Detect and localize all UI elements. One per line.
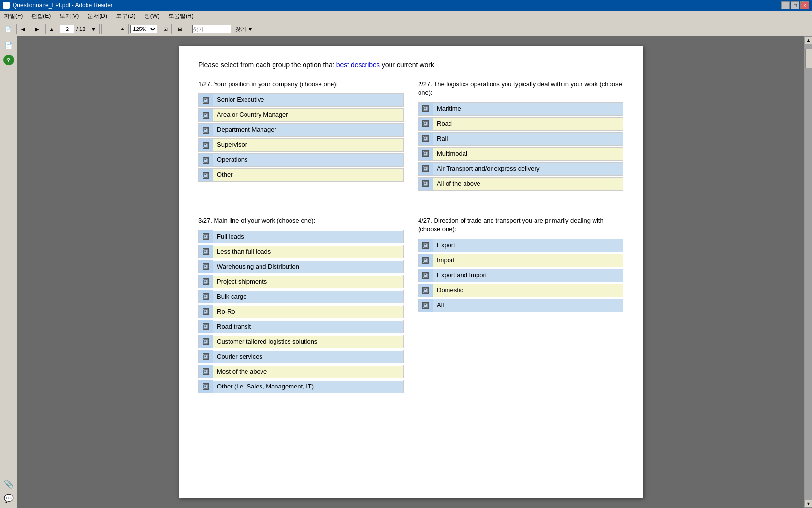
back-button[interactable]: ◀ (16, 24, 29, 34)
radio-button[interactable] (203, 157, 209, 164)
list-item[interactable]: All (418, 299, 624, 312)
list-item[interactable]: Project shipments (198, 275, 404, 288)
page-number-input[interactable] (60, 25, 74, 33)
next-page-button[interactable]: ▼ (87, 24, 100, 34)
list-item[interactable]: All of the above (418, 177, 624, 191)
radio-button[interactable] (203, 308, 209, 315)
radio-cell (199, 154, 213, 166)
radio-button[interactable] (422, 150, 429, 157)
list-item[interactable]: Supervisor (198, 138, 404, 152)
menu-tools[interactable]: 도구(D) (114, 12, 138, 21)
attach-icon[interactable]: 📎 (3, 478, 14, 489)
radio-button[interactable] (203, 368, 209, 375)
scrollbar[interactable]: ▲ ▼ (804, 36, 812, 508)
list-item[interactable]: Road (418, 117, 624, 131)
radio-button[interactable] (203, 293, 209, 300)
radio-button[interactable] (422, 105, 429, 112)
radio-button[interactable] (422, 302, 429, 309)
close-button[interactable]: × (800, 1, 809, 9)
list-item[interactable]: Other (198, 168, 404, 182)
fit-width-button[interactable]: ⊡ (159, 24, 172, 34)
list-item[interactable]: Courier services (198, 350, 404, 363)
maximize-button[interactable]: □ (791, 1, 799, 9)
search-input[interactable] (192, 25, 231, 33)
search-button[interactable]: 찾기 ▼ (233, 25, 255, 33)
list-item[interactable]: Other (i.e. Sales, Management, IT) (198, 380, 404, 393)
list-item[interactable]: Bulk cargo (198, 290, 404, 303)
radio-button[interactable] (203, 278, 209, 285)
radio-button[interactable] (422, 257, 429, 264)
radio-button[interactable] (422, 180, 429, 187)
svg-rect-35 (204, 311, 206, 312)
radio-button[interactable] (203, 142, 209, 149)
list-item[interactable]: Maritime (418, 102, 624, 116)
zoom-out-button[interactable]: - (102, 24, 114, 34)
list-item[interactable]: Customer tailored logistics solutions (198, 335, 404, 348)
radio-button[interactable] (422, 165, 429, 172)
forward-button[interactable]: ▶ (31, 24, 44, 34)
radio-button[interactable] (203, 263, 209, 270)
radio-button[interactable] (203, 383, 209, 390)
list-item[interactable]: Road transit (198, 320, 404, 333)
page-icon[interactable]: 📄 (3, 40, 14, 51)
radio-button[interactable] (422, 287, 429, 294)
app-icon (3, 2, 10, 9)
radio-button[interactable] (203, 112, 209, 119)
option-label: Ro-Ro (213, 306, 403, 318)
radio-button[interactable] (203, 127, 209, 134)
list-item[interactable]: Warehousing and Distribution (198, 260, 404, 273)
list-item[interactable]: Air Transport and/or express delivery (418, 162, 624, 176)
radio-button[interactable] (422, 272, 429, 279)
list-item[interactable]: Rail (418, 132, 624, 146)
option-label: Area or Country Manager (213, 109, 403, 121)
help-icon[interactable]: ? (3, 55, 14, 65)
prev-page-button[interactable]: ▲ (45, 24, 58, 34)
scroll-thumb[interactable] (805, 49, 812, 68)
menu-help[interactable]: 도움말(H) (166, 12, 196, 21)
menu-file[interactable]: 파일(F) (2, 12, 25, 21)
menu-edit[interactable]: 편집(E) (29, 12, 53, 21)
title-bar-controls[interactable]: _ □ × (781, 1, 809, 9)
list-item[interactable]: Ro-Ro (198, 305, 404, 318)
list-item[interactable]: Export and Import (418, 269, 624, 282)
list-item[interactable]: Less than full loads (198, 245, 404, 258)
svg-rect-34 (203, 310, 207, 314)
scroll-down-button[interactable]: ▼ (805, 500, 812, 508)
best-describes-link[interactable]: best describes (336, 61, 380, 69)
list-item[interactable]: Area or Country Manager (198, 108, 404, 122)
list-item[interactable]: Department Manager (198, 123, 404, 137)
radio-button[interactable] (422, 135, 429, 142)
minimize-button[interactable]: _ (781, 1, 790, 9)
list-item[interactable]: Import (418, 254, 624, 267)
radio-button[interactable] (203, 97, 209, 104)
radio-button[interactable] (203, 172, 209, 179)
scroll-track[interactable] (805, 44, 812, 500)
radio-button[interactable] (203, 233, 209, 240)
svg-rect-20 (423, 167, 427, 171)
zoom-in-button[interactable]: + (116, 24, 129, 34)
list-item[interactable]: Domestic (418, 284, 624, 297)
scroll-up-button[interactable]: ▲ (805, 36, 812, 44)
list-item[interactable]: Export (418, 239, 624, 252)
left-sidebar: 📄 ? 📎 💬 (0, 36, 17, 508)
list-item[interactable]: Most of the above (198, 365, 404, 378)
radio-button[interactable] (422, 120, 429, 127)
radio-button[interactable] (203, 248, 209, 255)
new-button[interactable]: 📄 (2, 24, 14, 34)
main-layout: 📄 ? 📎 💬 Please select from each group th… (0, 36, 812, 508)
menu-window[interactable]: 창(W) (143, 12, 161, 21)
comment-icon[interactable]: 💬 (3, 493, 14, 504)
menu-document[interactable]: 문서(D) (86, 12, 109, 21)
list-item[interactable]: Full loads (198, 230, 404, 243)
list-item[interactable]: Operations (198, 153, 404, 167)
zoom-select[interactable]: 125% 100% 75% 150% (130, 25, 157, 33)
fit-page-button[interactable]: ⊞ (174, 24, 186, 34)
list-item[interactable]: Multimodal (418, 147, 624, 161)
radio-button[interactable] (203, 338, 209, 345)
list-item[interactable]: Senior Executive (198, 93, 404, 107)
radio-button[interactable] (203, 323, 209, 330)
svg-rect-7 (204, 144, 206, 145)
radio-button[interactable] (422, 242, 429, 249)
menu-view[interactable]: 보기(V) (58, 12, 81, 21)
radio-button[interactable] (203, 353, 209, 360)
